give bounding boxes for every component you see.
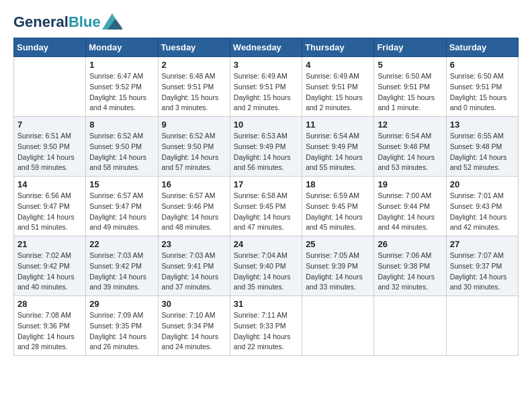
logo-text: GeneralBlue [13, 14, 101, 30]
day-cell: 30Sunrise: 7:10 AMSunset: 9:34 PMDayligh… [158, 296, 230, 356]
day-number: 5 [378, 60, 442, 70]
day-cell: 7Sunrise: 6:51 AMSunset: 9:50 PMDaylight… [14, 117, 86, 177]
day-info: Sunrise: 7:03 AMSunset: 9:41 PMDaylight:… [162, 250, 226, 293]
day-cell: 15Sunrise: 6:57 AMSunset: 9:47 PMDayligh… [86, 177, 158, 236]
day-cell [302, 296, 374, 356]
day-cell [14, 57, 86, 117]
day-info: Sunrise: 7:07 AMSunset: 9:37 PMDaylight:… [450, 250, 515, 293]
day-cell: 6Sunrise: 6:50 AMSunset: 9:51 PMDaylight… [446, 57, 518, 117]
day-info: Sunrise: 6:59 AMSunset: 9:45 PMDaylight:… [306, 191, 370, 233]
day-cell: 17Sunrise: 6:58 AMSunset: 9:45 PMDayligh… [230, 177, 302, 236]
day-number: 11 [306, 120, 370, 130]
day-cell [446, 296, 518, 356]
day-info: Sunrise: 6:49 AMSunset: 9:51 PMDaylight:… [234, 71, 298, 113]
day-cell: 10Sunrise: 6:53 AMSunset: 9:49 PMDayligh… [230, 117, 302, 177]
day-info: Sunrise: 6:51 AMSunset: 9:50 PMDaylight:… [17, 131, 82, 173]
day-number: 21 [17, 239, 82, 249]
header-friday: Friday [374, 38, 446, 57]
day-cell [374, 296, 446, 356]
header-tuesday: Tuesday [158, 38, 230, 57]
day-cell: 22Sunrise: 7:03 AMSunset: 9:42 PMDayligh… [86, 236, 158, 296]
day-cell: 20Sunrise: 7:01 AMSunset: 9:43 PMDayligh… [446, 177, 518, 236]
day-cell: 5Sunrise: 6:50 AMSunset: 9:51 PMDaylight… [374, 57, 446, 117]
day-cell: 26Sunrise: 7:06 AMSunset: 9:38 PMDayligh… [374, 236, 446, 296]
day-cell: 8Sunrise: 6:52 AMSunset: 9:50 PMDaylight… [86, 117, 158, 177]
day-number: 8 [89, 120, 154, 130]
day-cell: 4Sunrise: 6:49 AMSunset: 9:51 PMDaylight… [302, 57, 374, 117]
day-info: Sunrise: 7:04 AMSunset: 9:40 PMDaylight:… [234, 250, 298, 293]
day-cell: 25Sunrise: 7:05 AMSunset: 9:39 PMDayligh… [302, 236, 374, 296]
week-row-2: 14Sunrise: 6:56 AMSunset: 9:47 PMDayligh… [14, 177, 519, 236]
day-cell: 21Sunrise: 7:02 AMSunset: 9:42 PMDayligh… [14, 236, 86, 296]
day-number: 4 [306, 60, 370, 70]
day-number: 12 [378, 120, 442, 130]
day-number: 2 [162, 60, 226, 70]
day-info: Sunrise: 7:09 AMSunset: 9:35 PMDaylight:… [89, 310, 154, 353]
day-info: Sunrise: 6:57 AMSunset: 9:47 PMDaylight:… [89, 191, 154, 233]
day-info: Sunrise: 6:58 AMSunset: 9:45 PMDaylight:… [234, 191, 298, 233]
day-number: 23 [162, 239, 226, 249]
header-wednesday: Wednesday [230, 38, 302, 57]
day-info: Sunrise: 6:47 AMSunset: 9:52 PMDaylight:… [89, 71, 154, 113]
header-thursday: Thursday [302, 38, 374, 57]
week-row-0: 1Sunrise: 6:47 AMSunset: 9:52 PMDaylight… [14, 57, 519, 117]
day-number: 19 [378, 179, 442, 189]
day-info: Sunrise: 6:55 AMSunset: 9:48 PMDaylight:… [450, 131, 515, 173]
day-number: 30 [162, 299, 226, 309]
day-cell: 24Sunrise: 7:04 AMSunset: 9:40 PMDayligh… [230, 236, 302, 296]
day-info: Sunrise: 7:02 AMSunset: 9:42 PMDaylight:… [17, 250, 82, 293]
logo-icon [102, 13, 122, 30]
day-info: Sunrise: 7:01 AMSunset: 9:43 PMDaylight:… [450, 191, 515, 233]
day-number: 14 [17, 179, 82, 189]
day-info: Sunrise: 6:52 AMSunset: 9:50 PMDaylight:… [89, 131, 154, 173]
day-cell: 2Sunrise: 6:48 AMSunset: 9:51 PMDaylight… [158, 57, 230, 117]
day-info: Sunrise: 7:05 AMSunset: 9:39 PMDaylight:… [306, 250, 370, 293]
day-number: 22 [89, 239, 154, 249]
day-number: 10 [234, 120, 298, 130]
day-info: Sunrise: 6:57 AMSunset: 9:46 PMDaylight:… [162, 191, 226, 233]
day-info: Sunrise: 6:53 AMSunset: 9:49 PMDaylight:… [234, 131, 298, 173]
day-info: Sunrise: 7:06 AMSunset: 9:38 PMDaylight:… [378, 250, 442, 293]
day-number: 26 [378, 239, 442, 249]
day-info: Sunrise: 7:08 AMSunset: 9:36 PMDaylight:… [17, 310, 82, 353]
day-cell: 23Sunrise: 7:03 AMSunset: 9:41 PMDayligh… [158, 236, 230, 296]
day-cell: 28Sunrise: 7:08 AMSunset: 9:36 PMDayligh… [14, 296, 86, 356]
day-number: 6 [450, 60, 515, 70]
day-info: Sunrise: 7:11 AMSunset: 9:33 PMDaylight:… [234, 310, 298, 353]
day-info: Sunrise: 6:48 AMSunset: 9:51 PMDaylight:… [162, 71, 226, 113]
day-number: 15 [89, 179, 154, 189]
day-number: 28 [17, 299, 82, 309]
day-number: 29 [89, 299, 154, 309]
day-cell: 9Sunrise: 6:52 AMSunset: 9:50 PMDaylight… [158, 117, 230, 177]
day-info: Sunrise: 7:00 AMSunset: 9:44 PMDaylight:… [378, 191, 442, 233]
day-number: 13 [450, 120, 515, 130]
day-number: 25 [306, 239, 370, 249]
day-info: Sunrise: 6:56 AMSunset: 9:47 PMDaylight:… [17, 191, 82, 233]
day-cell: 14Sunrise: 6:56 AMSunset: 9:47 PMDayligh… [14, 177, 86, 236]
day-info: Sunrise: 6:54 AMSunset: 9:48 PMDaylight:… [378, 131, 442, 173]
day-info: Sunrise: 7:10 AMSunset: 9:34 PMDaylight:… [162, 310, 226, 353]
day-number: 20 [450, 179, 515, 189]
day-cell: 3Sunrise: 6:49 AMSunset: 9:51 PMDaylight… [230, 57, 302, 117]
day-cell: 27Sunrise: 7:07 AMSunset: 9:37 PMDayligh… [446, 236, 518, 296]
day-cell: 19Sunrise: 7:00 AMSunset: 9:44 PMDayligh… [374, 177, 446, 236]
day-info: Sunrise: 6:49 AMSunset: 9:51 PMDaylight:… [306, 71, 370, 113]
day-info: Sunrise: 6:50 AMSunset: 9:51 PMDaylight:… [450, 71, 515, 113]
day-number: 17 [234, 179, 298, 189]
logo: GeneralBlue [13, 13, 122, 31]
day-info: Sunrise: 6:54 AMSunset: 9:49 PMDaylight:… [306, 131, 370, 173]
day-number: 27 [450, 239, 515, 249]
day-number: 7 [17, 120, 82, 130]
calendar-header-row: SundayMondayTuesdayWednesdayThursdayFrid… [14, 38, 519, 57]
day-cell: 13Sunrise: 6:55 AMSunset: 9:48 PMDayligh… [446, 117, 518, 177]
day-info: Sunrise: 6:52 AMSunset: 9:50 PMDaylight:… [162, 131, 226, 173]
week-row-3: 21Sunrise: 7:02 AMSunset: 9:42 PMDayligh… [14, 236, 519, 296]
day-number: 1 [89, 60, 154, 70]
day-number: 16 [162, 179, 226, 189]
week-row-4: 28Sunrise: 7:08 AMSunset: 9:36 PMDayligh… [14, 296, 519, 356]
day-info: Sunrise: 6:50 AMSunset: 9:51 PMDaylight:… [378, 71, 442, 113]
day-cell: 29Sunrise: 7:09 AMSunset: 9:35 PMDayligh… [86, 296, 158, 356]
week-row-1: 7Sunrise: 6:51 AMSunset: 9:50 PMDaylight… [14, 117, 519, 177]
day-cell: 31Sunrise: 7:11 AMSunset: 9:33 PMDayligh… [230, 296, 302, 356]
day-number: 3 [234, 60, 298, 70]
